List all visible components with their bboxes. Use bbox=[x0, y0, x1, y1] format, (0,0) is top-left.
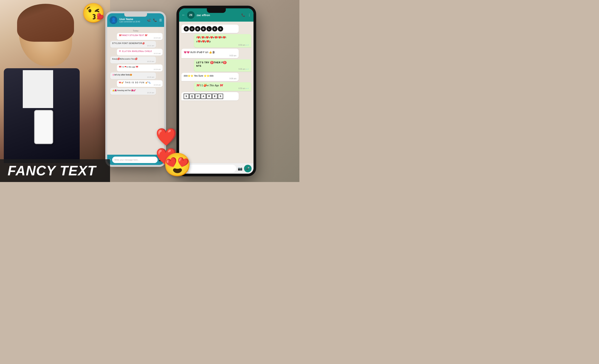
phone2-input[interactable] bbox=[188, 165, 236, 172]
msg-time-yessure: 9:06 am bbox=[184, 77, 236, 80]
app-title: FANCY TEXT bbox=[8, 163, 96, 178]
video-icon[interactable]: 📹 bbox=[147, 18, 151, 22]
menu-icon[interactable]: ☰ bbox=[159, 18, 162, 22]
msg-time-6: 10:25 am bbox=[112, 76, 154, 78]
chat-bubble-1: 🎀 FANCY STYLISH TEXT 🎀 10:20 am bbox=[117, 33, 163, 40]
contact-name: zac effron bbox=[197, 13, 239, 17]
chat-bubble-7: 🎀💅 THIS IS SO FUN 💅🐾 10:26 am bbox=[117, 80, 163, 87]
wa-bubble-yessure: ılılılı⭐⭐ Yes Sure ⭐⭐ılılılı 9:06 am bbox=[181, 73, 239, 81]
wa-bubble-bubbles: B U B B L E S bbox=[181, 25, 239, 33]
phone1-avatar: 👤 bbox=[109, 16, 117, 24]
msg-time-8: 10:25 am bbox=[112, 92, 154, 94]
phone2-action-icons: 📞 ⋮ bbox=[241, 13, 251, 17]
nav-back[interactable]: ‹ bbox=[241, 176, 242, 176]
attach-camera-icon[interactable]: 📷 bbox=[238, 166, 242, 171]
msg-time-loveapp: 8:59 am ✓✓ bbox=[196, 87, 249, 90]
call-icon[interactable]: 📞 bbox=[241, 13, 245, 17]
msg-time-2: 10:21 am bbox=[112, 45, 154, 47]
phone-icon[interactable]: 📞 bbox=[153, 18, 157, 22]
love-text: I❤️L❤️o❤️v❤️e❤️t❤️h❤️i s❤️a❤️p❤️p bbox=[196, 36, 249, 44]
msg-time-5: 10:24 am bbox=[119, 68, 161, 70]
phone2-chat: B U B B L E S I❤️L❤️o❤️v❤️e❤️t❤️h❤️i s❤️… bbox=[179, 22, 254, 163]
msg-time-1: 10:20 am bbox=[119, 37, 161, 39]
back-icon[interactable]: ← bbox=[182, 13, 185, 17]
phone2-contact: zac effron bbox=[197, 13, 239, 17]
msg-time-love: 8:59 am ✓✓ bbox=[196, 44, 249, 46]
wa-bubble-symbols: 💗💗 thJ⑤ iℙσØ F ยก 👍🗿 9:03 am bbox=[181, 49, 239, 58]
mic-button[interactable]: 🎤 bbox=[244, 165, 252, 172]
yessure-text: ılılılı⭐⭐ Yes Sure ⭐⭐ılılılı bbox=[184, 75, 213, 77]
wa-bubble-loveapp: 🎀 I L🍑ve This App 🎀 8:59 am ✓✓ bbox=[194, 82, 251, 91]
wa-bubble-fonts: LET'S TRY OTHER FONTS 9:05 am ✓✓ bbox=[194, 59, 251, 72]
emoji-bow: 😘 bbox=[82, 2, 105, 24]
phone1-status: Last connection at 18:40 bbox=[119, 21, 145, 23]
chat-bubble-5: 🎀 I L❤ve this app 🎀 10:24 am bbox=[117, 64, 163, 71]
msg-time-4: 10:23 am bbox=[112, 60, 154, 62]
msg-time-3: 10:22 am bbox=[119, 52, 161, 54]
chat-bubble-3: 🌸 STYLISH WHATSAPP CHATS 10:22 am bbox=[117, 49, 163, 56]
nav-home[interactable]: ○ bbox=[216, 176, 218, 176]
bottom-bar: FANCY TEXT bbox=[0, 159, 110, 182]
symbols-text: 💗💗 thJ⑤ iℙσØ F ยก 👍🗿 bbox=[184, 51, 215, 54]
phone1-user-info: User Name Last connection at 18:40 bbox=[119, 18, 145, 23]
chat-bubble-6: 🌸let's try other fonts😍 10:25 am bbox=[110, 72, 156, 79]
chat-date: Today bbox=[109, 30, 163, 32]
chat-bubble-8: 👍🌺 Amazing and Fun 🌺💕 10:25 am bbox=[110, 88, 156, 95]
wa-bubble-squares: S Q U A R E S bbox=[181, 92, 239, 101]
loveapp-text: 🎀 I L🍑ve This App 🎀 bbox=[196, 84, 249, 87]
fonts-text: LET'S TRY OTHER FONTS bbox=[196, 61, 249, 68]
person-photo bbox=[0, 0, 110, 182]
emoji-love: 😍 bbox=[163, 152, 192, 178]
msg-time-7: 10:26 am bbox=[119, 84, 161, 86]
squares-text: S Q U A R E S bbox=[184, 94, 236, 99]
phone1-input[interactable]: Write your message here... bbox=[112, 157, 158, 163]
phone2-avatar: ZE bbox=[187, 11, 195, 19]
wa-bubble-love: I❤️L❤️o❤️v❤️e❤️t❤️h❤️i s❤️a❤️p❤️p 8:59 a… bbox=[194, 34, 251, 48]
more-icon[interactable]: ⋮ bbox=[248, 13, 251, 17]
bubbles-text: B U B B L E S bbox=[184, 26, 236, 32]
phone1-username: User Name bbox=[119, 18, 145, 21]
phone1-notch bbox=[124, 13, 147, 17]
phone1-icons: 📹 📞 ☰ bbox=[147, 18, 162, 22]
phone2: ← ZE zac effron 📞 ⋮ B U B B L E S I bbox=[176, 6, 256, 176]
chat-bubble-4: Emoji💋&Decorative Text💋 10:23 am bbox=[110, 57, 156, 64]
input-placeholder: Write your message here... bbox=[115, 159, 140, 161]
chat-bubble-2: STYLISH FONT GENERATOR💋 10:21 am bbox=[110, 41, 156, 48]
msg-time-symbols: 9:03 am bbox=[184, 55, 236, 57]
msg-time-fonts: 9:05 am ✓✓ bbox=[196, 68, 249, 70]
phone2-notch bbox=[207, 8, 226, 13]
